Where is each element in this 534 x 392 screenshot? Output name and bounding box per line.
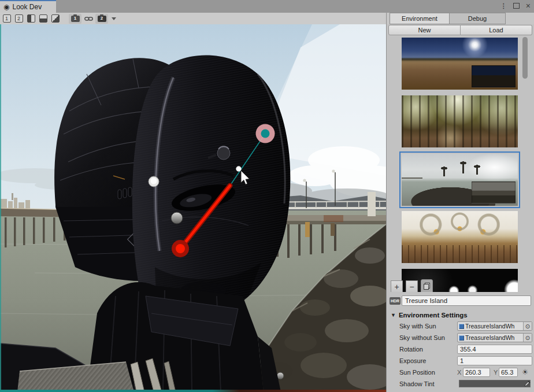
camera-dropdown-button[interactable] [109, 14, 118, 24]
new-button[interactable]: New [388, 25, 461, 35]
tab-look-dev[interactable]: ◉ Look Dev [0, 0, 56, 13]
env-thumbnail-desert-day[interactable] [402, 38, 518, 90]
sky-with-sun-value: TreasureIslandWh [465, 323, 523, 330]
shadow-tint-swatch[interactable] [459, 380, 531, 387]
environment-settings-title: Environment Settings [399, 312, 468, 319]
eye-icon: ◉ [3, 3, 9, 10]
sky-with-sun-row: Sky with Sun TreasureIslandWh ⊙ [387, 321, 534, 332]
palm-tree-icon [476, 168, 478, 175]
split-horizontal-button[interactable] [38, 14, 49, 24]
rotation-label: Rotation [399, 346, 423, 353]
env-thumbnail-treasure-island[interactable] [402, 154, 518, 206]
sky-without-sun-row: Sky without Sun TreasureIslandWh ⊙ [387, 332, 534, 344]
split-zone-icon [51, 14, 60, 23]
sun-icon[interactable]: ☀ [520, 367, 530, 377]
close-icon[interactable]: × [526, 2, 531, 10]
palm-tree-icon [443, 169, 445, 176]
window-menu-icon[interactable]: ⋮ [500, 2, 507, 10]
split-zone-button[interactable] [50, 14, 61, 24]
lookdev-toolbar: 1 2 1 2 [0, 13, 386, 24]
sky-with-sun-field[interactable]: TreasureIslandWh ⊙ [457, 321, 532, 331]
shadow-handle[interactable] [176, 244, 185, 253]
split-horizontal-icon [39, 14, 47, 23]
link-cameras-button[interactable] [83, 14, 94, 24]
hdr-badge: HDR [390, 297, 400, 305]
exposure-label: Exposure [399, 357, 426, 364]
environment-panel: Environment Debug New Load [386, 13, 534, 392]
list-scrollbar[interactable] [521, 37, 529, 290]
palm-tree-icon [462, 164, 464, 173]
tab-debug[interactable]: Debug [450, 13, 506, 24]
scrollbar-thumb[interactable] [522, 37, 528, 79]
exposure-field[interactable]: 1 [457, 356, 532, 365]
env-thumbnail-inset-preview [472, 182, 516, 204]
rotation-row: Rotation 355.4 [387, 344, 534, 356]
view1-icon: 1 [3, 14, 11, 23]
sun-x-field[interactable]: 260.3 [463, 368, 490, 377]
pier-silhouette [402, 177, 422, 179]
shadow-tint-row: Shadow Tint [387, 379, 534, 390]
toolbar-separator [62, 14, 68, 24]
remove-environment-button[interactable]: − [406, 280, 418, 292]
camera2-icon: 2 [98, 16, 106, 22]
eyedropper-icon[interactable] [523, 379, 531, 388]
single-view1-button[interactable]: 1 [1, 14, 12, 24]
viewport-render [0, 24, 386, 392]
env-thumbnail-selected-frame [399, 151, 520, 208]
environment-list: + − [387, 36, 534, 292]
sun-y-field[interactable]: 65.3 [499, 368, 518, 377]
link-icon [84, 16, 93, 21]
exposure-row: Exposure 1 [387, 356, 534, 367]
duplicate-environment-button[interactable] [421, 279, 433, 292]
side-by-side-icon [27, 14, 35, 23]
sky-without-sun-label: Sky without Sun [399, 334, 445, 341]
cubemap-icon [459, 335, 464, 341]
tab-environment[interactable]: Environment [390, 13, 450, 24]
sun-position-label: Sun Position [399, 369, 435, 376]
gizmo-midpoint-dot[interactable] [236, 167, 242, 172]
duplicate-icon [424, 283, 430, 290]
env-thumbnail-church-interior[interactable] [402, 211, 518, 263]
lookdev-window: ◉ Look Dev ⋮ × 1 2 1 2 [0, 0, 534, 392]
single-view2-button[interactable]: 2 [13, 14, 24, 24]
view-split-border [0, 390, 386, 392]
view1-border [0, 24, 1, 392]
sun-handle[interactable] [261, 130, 270, 138]
hdr-name-row: HDR Tresure Island [387, 294, 534, 309]
library-actions: New Load [387, 24, 534, 36]
sun-x-label: X [457, 369, 461, 376]
rotation-field[interactable]: 355.4 [457, 345, 532, 354]
foldout-icon: ▼ [391, 312, 396, 318]
sky-without-sun-field[interactable]: TreasureIslandWh ⊙ [457, 333, 532, 342]
object-picker-icon[interactable]: ⊙ [523, 334, 532, 342]
sun-position-row: Sun Position X 260.3 Y 65.3 ☀ [387, 367, 534, 379]
title-bar: ◉ Look Dev ⋮ × [0, 0, 534, 13]
hdr-name-field[interactable]: Tresure Island [402, 295, 531, 306]
sun-y-label: Y [494, 369, 498, 376]
shadow-tint-label: Shadow Tint [399, 380, 435, 387]
add-environment-button[interactable]: + [391, 280, 403, 292]
window-title: Look Dev [12, 3, 42, 11]
camera1-button[interactable]: 1 [69, 14, 81, 24]
sky-with-sun-label: Sky with Sun [399, 323, 436, 330]
maximize-icon[interactable] [513, 3, 520, 9]
camera2-button[interactable]: 2 [95, 14, 108, 24]
side-by-side-button[interactable] [25, 14, 36, 24]
load-button[interactable]: Load [461, 25, 532, 35]
environment-settings-header[interactable]: ▼ Environment Settings [387, 310, 534, 320]
library-buttons: + − [391, 279, 436, 292]
sky-without-sun-value: TreasureIslandWh [465, 334, 523, 341]
object-picker-icon[interactable]: ⊙ [523, 322, 532, 330]
env-thumbnail-forest[interactable] [402, 95, 518, 147]
camera1-icon: 1 [71, 16, 80, 22]
view2-icon: 2 [15, 14, 23, 23]
lookdev-viewport[interactable] [0, 24, 386, 392]
chevron-down-icon [112, 17, 116, 20]
cubemap-icon [459, 324, 464, 329]
panel-tabs: Environment Debug [387, 13, 534, 24]
env-thumbnail-inset-preview [472, 65, 516, 87]
